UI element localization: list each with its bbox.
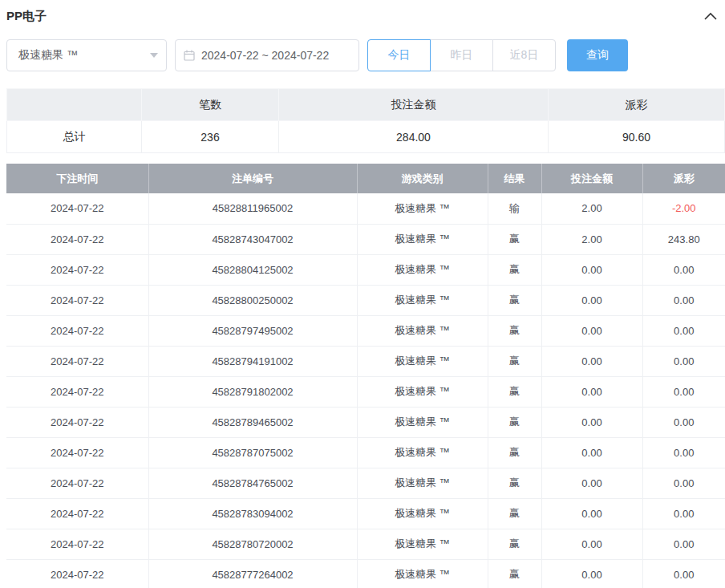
bet-records-table: 下注时间 注单编号 游戏类别 结果 投注金额 派彩 2024-07-22 458…: [6, 164, 725, 588]
cell-order-number: 45828811965002: [148, 193, 357, 224]
cell-result: 赢: [488, 559, 541, 588]
header-payout: 派彩: [642, 164, 725, 193]
cell-bet-time: 2024-07-22: [6, 224, 148, 254]
cell-bet-time: 2024-07-22: [6, 376, 148, 407]
cell-bet-amount: 0.00: [541, 468, 642, 498]
cell-bet-time: 2024-07-22: [6, 437, 148, 468]
pp-electronic-panel: PP电子 极速糖果 ™ 2024-07-22 ~ 2024-07-22 今日 昨…: [0, 0, 725, 588]
cell-result: 赢: [488, 498, 541, 529]
table-row: 2024-07-22 45828783094002 极速糖果 ™ 赢 0.00 …: [6, 498, 725, 529]
table-row: 2024-07-22 45828777264002 极速糖果 ™ 赢 0.00 …: [6, 559, 725, 588]
cell-bet-amount: 0.00: [541, 559, 642, 588]
cell-bet-time: 2024-07-22: [6, 315, 148, 346]
table-row: 2024-07-22 45828780720002 极速糖果 ™ 赢 0.00 …: [6, 529, 725, 559]
cell-payout: 0.00: [642, 559, 725, 588]
table-row: 2024-07-22 45828791802002 极速糖果 ™ 赢 0.00 …: [6, 376, 725, 407]
cell-bet-time: 2024-07-22: [6, 529, 148, 559]
cell-game-type: 极速糖果 ™: [357, 254, 488, 285]
cell-payout: 0.00: [642, 285, 725, 315]
cell-order-number: 45828789465002: [148, 407, 357, 437]
page-title: PP电子: [6, 9, 47, 24]
cell-bet-time: 2024-07-22: [6, 193, 148, 224]
cell-bet-time: 2024-07-22: [6, 559, 148, 588]
quick-range-group: 今日 昨日 近8日: [367, 39, 556, 71]
cell-order-number: 45828743047002: [148, 224, 357, 254]
cell-game-type: 极速糖果 ™: [357, 285, 488, 315]
cell-result: 赢: [488, 529, 541, 559]
cell-bet-amount: 0.00: [541, 407, 642, 437]
header-order-number: 注单编号: [148, 164, 357, 193]
table-row: 2024-07-22 45828787075002 极速糖果 ™ 赢 0.00 …: [6, 437, 725, 468]
table-row: 2024-07-22 45828797495002 极速糖果 ™ 赢 0.00 …: [6, 315, 725, 346]
header-bet-amount: 投注金额: [541, 164, 642, 193]
date-range-picker[interactable]: 2024-07-22 ~ 2024-07-22: [175, 39, 359, 71]
cell-game-type: 极速糖果 ™: [357, 468, 488, 498]
cell-order-number: 45828777264002: [148, 559, 357, 588]
calendar-icon: [184, 50, 195, 61]
cell-result: 赢: [488, 407, 541, 437]
cell-bet-amount: 0.00: [541, 254, 642, 285]
cell-game-type: 极速糖果 ™: [357, 346, 488, 376]
summary-total-row: 总计 236 284.00 90.60: [7, 121, 725, 153]
cell-result: 赢: [488, 437, 541, 468]
cell-payout: 0.00: [642, 407, 725, 437]
summary-header-bet-amount: 投注金额: [279, 89, 549, 121]
game-select[interactable]: 极速糖果 ™: [6, 39, 167, 71]
summary-header-payout: 派彩: [549, 89, 725, 121]
cell-payout: 0.00: [642, 529, 725, 559]
summary-total-bet-amount: 284.00: [279, 121, 549, 153]
cell-result: 赢: [488, 315, 541, 346]
cell-game-type: 极速糖果 ™: [357, 498, 488, 529]
cell-result: 赢: [488, 224, 541, 254]
search-button[interactable]: 查询: [567, 39, 628, 71]
bet-table-header-row: 下注时间 注单编号 游戏类别 结果 投注金额 派彩: [6, 164, 725, 193]
cell-result: 赢: [488, 468, 541, 498]
cell-game-type: 极速糖果 ™: [357, 559, 488, 588]
chevron-down-icon: [150, 53, 158, 58]
summary-header-row: 笔数 投注金额 派彩: [7, 89, 725, 121]
cell-payout: 0.00: [642, 346, 725, 376]
cell-bet-amount: 0.00: [541, 376, 642, 407]
cell-bet-amount: 0.00: [541, 498, 642, 529]
date-range-value: 2024-07-22 ~ 2024-07-22: [201, 49, 329, 62]
cell-order-number: 45828787075002: [148, 437, 357, 468]
summary-header-count: 笔数: [142, 89, 279, 121]
cell-game-type: 极速糖果 ™: [357, 407, 488, 437]
last-8-days-button[interactable]: 近8日: [492, 39, 556, 71]
yesterday-button[interactable]: 昨日: [430, 39, 493, 71]
table-row: 2024-07-22 45828800250002 极速糖果 ™ 赢 0.00 …: [6, 285, 725, 315]
cell-payout: 0.00: [642, 498, 725, 529]
cell-bet-amount: 0.00: [541, 437, 642, 468]
cell-order-number: 45828794191002: [148, 346, 357, 376]
panel-header: PP电子: [6, 5, 725, 27]
table-row: 2024-07-22 45828784765002 极速糖果 ™ 赢 0.00 …: [6, 468, 725, 498]
summary-table: 笔数 投注金额 派彩 总计 236 284.00 90.60: [6, 88, 725, 153]
table-row: 2024-07-22 45828789465002 极速糖果 ™ 赢 0.00 …: [6, 407, 725, 437]
today-button[interactable]: 今日: [367, 39, 431, 71]
cell-result: 赢: [488, 346, 541, 376]
table-row: 2024-07-22 45828811965002 极速糖果 ™ 输 2.00 …: [6, 193, 725, 224]
summary-total-label: 总计: [7, 121, 142, 153]
cell-payout: 0.00: [642, 468, 725, 498]
cell-order-number: 45828797495002: [148, 315, 357, 346]
cell-bet-time: 2024-07-22: [6, 285, 148, 315]
bet-table-body: 2024-07-22 45828811965002 极速糖果 ™ 输 2.00 …: [6, 193, 725, 588]
cell-bet-amount: 2.00: [541, 224, 642, 254]
cell-payout: 0.00: [642, 315, 725, 346]
chevron-up-icon[interactable]: [704, 12, 717, 20]
cell-payout: 0.00: [642, 376, 725, 407]
cell-game-type: 极速糖果 ™: [357, 193, 488, 224]
cell-game-type: 极速糖果 ™: [357, 529, 488, 559]
cell-order-number: 45828791802002: [148, 376, 357, 407]
table-row: 2024-07-22 45828794191002 极速糖果 ™ 赢 0.00 …: [6, 346, 725, 376]
cell-order-number: 45828784765002: [148, 468, 357, 498]
cell-bet-amount: 0.00: [541, 285, 642, 315]
cell-game-type: 极速糖果 ™: [357, 376, 488, 407]
cell-order-number: 45828780720002: [148, 529, 357, 559]
filter-row: 极速糖果 ™ 2024-07-22 ~ 2024-07-22 今日 昨日 近8日…: [6, 39, 725, 71]
cell-payout: 0.00: [642, 254, 725, 285]
cell-bet-amount: 2.00: [541, 193, 642, 224]
cell-payout: -2.00: [642, 193, 725, 224]
cell-bet-time: 2024-07-22: [6, 407, 148, 437]
cell-game-type: 极速糖果 ™: [357, 315, 488, 346]
